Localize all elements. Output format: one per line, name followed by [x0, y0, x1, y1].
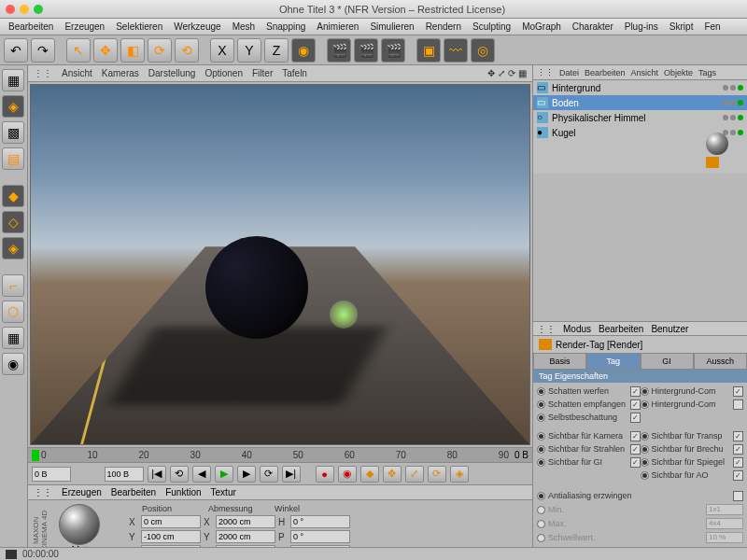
menu-animieren[interactable]: Animieren — [312, 20, 363, 34]
vp-darstellung[interactable]: Darstellung — [148, 68, 196, 78]
scale-tool[interactable]: ◧ — [120, 38, 145, 63]
radio-icon[interactable] — [537, 492, 545, 500]
render-tag-icon[interactable] — [706, 157, 719, 168]
move-tool[interactable]: ✥ — [93, 38, 118, 63]
coord-system[interactable]: ◉ — [291, 38, 316, 63]
mat-erzeugen[interactable]: Erzeugen — [62, 487, 102, 497]
last-tool[interactable]: ⟲ — [175, 38, 199, 63]
window-minimize[interactable] — [20, 5, 29, 14]
select-tool[interactable]: ↖ — [66, 38, 91, 63]
am-bearbeiten[interactable]: Bearbeiten — [599, 324, 643, 334]
rotate-tool[interactable]: ⟳ — [148, 38, 172, 63]
z-axis-lock[interactable]: Z — [264, 38, 289, 63]
radio-icon[interactable] — [537, 413, 545, 422]
checkbox[interactable] — [733, 491, 743, 501]
radio-icon[interactable] — [537, 432, 545, 441]
frame-end-input[interactable] — [105, 467, 144, 482]
workplane-mode[interactable]: ▤ — [2, 147, 24, 170]
play-button[interactable]: ▶ — [215, 466, 233, 483]
radio-icon[interactable] — [537, 458, 545, 467]
vp-nav-rotate-icon[interactable]: ⟳ — [508, 68, 515, 78]
key-rot-button[interactable]: ⟳ — [428, 466, 446, 483]
object-row[interactable]: ▭ Hintergrund — [533, 80, 747, 95]
pos-y-input[interactable] — [141, 530, 201, 543]
checkbox[interactable] — [733, 431, 743, 441]
render-pv[interactable]: 🎬 — [354, 38, 378, 63]
texture-mode[interactable]: ▩ — [2, 121, 24, 144]
vp-nav-zoom-icon[interactable]: ⤢ — [498, 68, 505, 78]
timeline-ruler[interactable]: 0 10 20 30 40 50 60 70 80 90 0 B — [28, 447, 532, 462]
y-axis-lock[interactable]: Y — [237, 38, 261, 63]
model-mode[interactable]: ◈ — [2, 95, 24, 118]
radio-icon[interactable] — [641, 400, 649, 409]
make-editable[interactable]: ▦ — [2, 69, 24, 91]
key-param-button[interactable]: ◈ — [450, 466, 469, 483]
tab-gi[interactable]: GI — [641, 353, 694, 370]
radio-icon[interactable] — [641, 471, 649, 480]
edge-mode[interactable]: ◇ — [2, 211, 24, 233]
checkbox[interactable] — [733, 444, 743, 455]
checkbox[interactable] — [630, 413, 641, 423]
keyframe-sel-button[interactable]: ◆ — [360, 466, 379, 483]
object-row[interactable]: ○ Physikalischer Himmel — [533, 110, 747, 125]
viewport[interactable] — [30, 84, 530, 445]
autokey-button[interactable]: ◉ — [338, 466, 357, 483]
radio-icon[interactable] — [537, 400, 545, 409]
radio-icon[interactable] — [641, 432, 649, 441]
record-button[interactable]: ● — [316, 466, 334, 483]
tab-tag[interactable]: Tag — [586, 353, 640, 370]
menu-rendern[interactable]: Rendern — [421, 20, 466, 34]
vp-ansicht[interactable]: Ansicht — [62, 68, 92, 78]
workplane-toggle[interactable]: ▦ — [2, 327, 24, 349]
point-mode[interactable]: ◆ — [2, 185, 24, 207]
checkbox[interactable] — [733, 470, 743, 481]
vp-tafeln[interactable]: Tafeln — [282, 68, 307, 78]
menu-skript[interactable]: Skript — [665, 20, 698, 34]
add-spline[interactable]: 〰 — [444, 38, 468, 63]
om-bearbeiten[interactable]: Bearbeiten — [585, 68, 626, 77]
window-close[interactable] — [6, 5, 15, 14]
vp-kameras[interactable]: Kameras — [102, 68, 139, 78]
menu-simulieren[interactable]: Simulieren — [365, 20, 418, 34]
axis-mode[interactable]: ⌐ — [2, 274, 24, 297]
mat-funktion[interactable]: Funktion — [165, 487, 201, 497]
om-datei[interactable]: Datei — [559, 68, 579, 77]
om-ansicht[interactable]: Ansicht — [631, 68, 659, 77]
radio-icon[interactable] — [641, 458, 649, 467]
menu-erzeugen[interactable]: Erzeugen — [60, 20, 109, 34]
soft-select[interactable]: ◉ — [2, 353, 24, 375]
checkbox[interactable] — [733, 386, 743, 397]
vp-optionen[interactable]: Optionen — [204, 68, 243, 78]
menu-mograph[interactable]: MoGraph — [517, 20, 566, 34]
render-settings[interactable]: 🎬 — [381, 38, 405, 63]
menu-sculpting[interactable]: Sculpting — [468, 20, 515, 34]
mat-bearbeiten[interactable]: Bearbeiten — [111, 487, 156, 497]
menu-charakter[interactable]: Charakter — [568, 20, 618, 34]
x-axis-lock[interactable]: X — [210, 38, 234, 63]
ang-p-input[interactable] — [290, 530, 350, 543]
poly-mode[interactable]: ◈ — [2, 237, 24, 259]
dim-x-input[interactable] — [216, 515, 275, 528]
next-key-button[interactable]: ⟳ — [260, 466, 278, 483]
checkbox[interactable] — [733, 399, 743, 410]
menu-plugins[interactable]: Plug-ins — [620, 20, 663, 34]
ang-h-input[interactable] — [290, 515, 350, 528]
undo-button[interactable]: ↶ — [4, 38, 28, 63]
menu-werkzeuge[interactable]: Werkzeuge — [169, 20, 225, 34]
window-maximize[interactable] — [34, 5, 43, 14]
menu-selektieren[interactable]: Selektieren — [111, 20, 167, 34]
object-row[interactable]: ▭ Boden — [533, 95, 747, 110]
tab-ausschluss[interactable]: Aussch — [694, 353, 747, 370]
goto-start-button[interactable]: |◀ — [148, 466, 166, 483]
goto-end-button[interactable]: ▶| — [282, 466, 301, 483]
frame-start-input[interactable] — [32, 467, 71, 482]
add-cube[interactable]: ▣ — [416, 38, 441, 63]
next-frame-button[interactable]: ▶ — [237, 466, 256, 483]
redo-button[interactable]: ↷ — [31, 38, 55, 63]
menu-fenster[interactable]: Fen — [699, 20, 725, 34]
timeline-playhead[interactable] — [32, 450, 39, 461]
checkbox[interactable] — [733, 457, 743, 468]
checkbox[interactable] — [630, 386, 641, 397]
radio-icon[interactable] — [641, 387, 649, 396]
vp-nav-layout-icon[interactable]: ▦ — [518, 68, 527, 78]
